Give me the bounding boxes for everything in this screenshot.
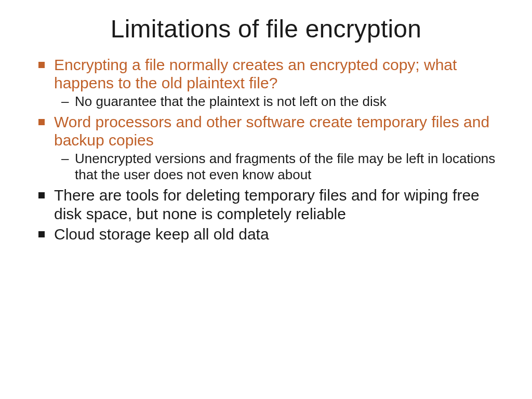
bullet-item: There are tools for deleting temporary f…	[36, 186, 496, 223]
bullet-item: Encrypting a file normally creates an en…	[36, 56, 496, 110]
sub-list: Unencrypted versions and fragments of th…	[54, 151, 496, 183]
bullet-list: Encrypting a file normally creates an en…	[36, 56, 496, 243]
bullet-item: Word processors and other software creat…	[36, 113, 496, 183]
sub-text: Unencrypted versions and fragments of th…	[75, 151, 495, 182]
bullet-text: Encrypting a file normally creates an en…	[54, 56, 457, 91]
slide-title: Limitations of file encryption	[36, 15, 496, 43]
bullet-text: Word processors and other software creat…	[54, 113, 489, 149]
bullet-text: Cloud storage keep all old data	[54, 225, 269, 243]
sub-list: No guarantee that the plaintext is not l…	[54, 94, 496, 110]
sub-item: No guarantee that the plaintext is not l…	[59, 94, 496, 110]
bullet-text: There are tools for deleting temporary f…	[54, 187, 480, 222]
slide: Limitations of file encryption Encryptin…	[0, 0, 532, 399]
sub-item: Unencrypted versions and fragments of th…	[59, 151, 496, 183]
sub-text: No guarantee that the plaintext is not l…	[75, 94, 387, 109]
bullet-item: Cloud storage keep all old data	[36, 225, 496, 243]
